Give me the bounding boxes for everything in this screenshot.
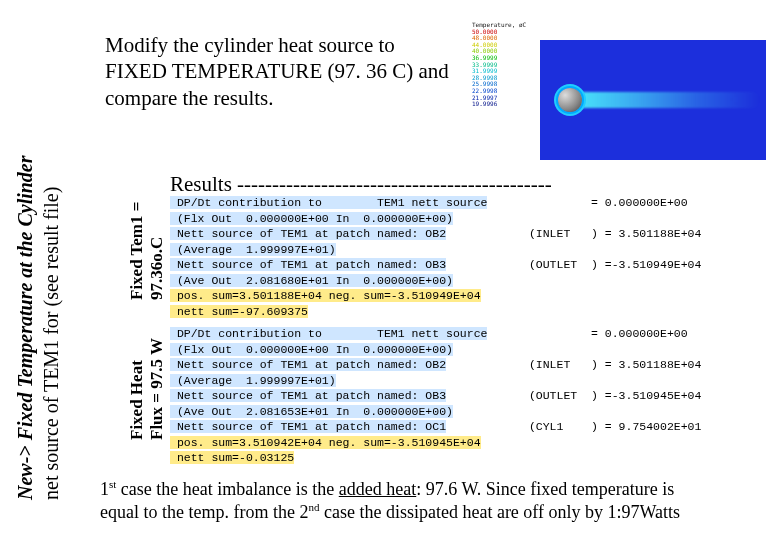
result-line: Nett source of TEM1 at patch named: OB3 …	[170, 388, 770, 404]
block2-vlabel-line1: Fixed Heat	[128, 300, 147, 440]
page-side-title-line2: net source of TEM1 for (see result file)	[40, 10, 62, 500]
footnote: 1st case the heat imbalance is the added…	[100, 478, 770, 523]
result-line: (Flx Out 0.000000E+00 In 0.000000E+00)	[170, 211, 770, 227]
result-line: (Ave Out 2.081680E+01 In 0.000000E+00)	[170, 273, 770, 289]
result-line: Nett source of TEM1 at patch named: OC1 …	[170, 419, 770, 435]
result-line: Nett source of TEM1 at patch named: OB3 …	[170, 257, 770, 273]
result-line: nett sum=-0.03125	[170, 450, 770, 466]
block1-vlabel-line2: 97.36o.C	[148, 160, 167, 300]
result-line: DP/Dt contribution to TEM1 nett source =…	[170, 326, 770, 342]
result-line: (Flx Out 0.000000E+00 In 0.000000E+00)	[170, 342, 770, 358]
result-line: (Average 1.999997E+01)	[170, 373, 770, 389]
result-line: (Ave Out 2.081653E+01 In 0.000000E+00)	[170, 404, 770, 420]
legend-line: 19.9996	[472, 101, 532, 108]
chart-field	[540, 40, 766, 160]
block1-vlabel-line1: Fixed Tem1 =	[128, 160, 147, 300]
result-line: pos. sum=3.510942E+04 neg. sum=-3.510945…	[170, 435, 770, 451]
chart-cylinder	[558, 88, 582, 112]
result-line: DP/Dt contribution to TEM1 nett source =…	[170, 195, 770, 211]
result-line: Nett source of TEM1 at patch named: OB2 …	[170, 357, 770, 373]
result-line: nett sum=-97.609375	[170, 304, 770, 320]
chart-plume	[570, 92, 760, 108]
result-line: pos. sum=3.501188E+04 neg. sum=-3.510949…	[170, 288, 770, 304]
block2-vlabel-line2: Flux = 97.5 W	[148, 300, 167, 440]
result-line: Nett source of TEM1 at patch named: OB2 …	[170, 226, 770, 242]
results-header: Results --------------------------------…	[170, 172, 552, 197]
instruction-text: Modify the cylinder heat source to FIXED…	[105, 32, 455, 111]
chart-legend: Temperature, øC 50.0000 48.0000 44.0000 …	[472, 22, 532, 108]
result-block-fixed-temp: DP/Dt contribution to TEM1 nett source =…	[170, 195, 770, 319]
result-line: (Average 1.999997E+01)	[170, 242, 770, 258]
page-side-title-line1: New-> Fixed Temperature at the Cylinder	[14, 10, 36, 500]
side-title-bold: New-> Fixed Temperature at the Cylinder	[14, 155, 36, 500]
temperature-field-thumbnail: Temperature, øC 50.0000 48.0000 44.0000 …	[470, 20, 770, 170]
result-block-fixed-heat: DP/Dt contribution to TEM1 nett source =…	[170, 326, 770, 466]
